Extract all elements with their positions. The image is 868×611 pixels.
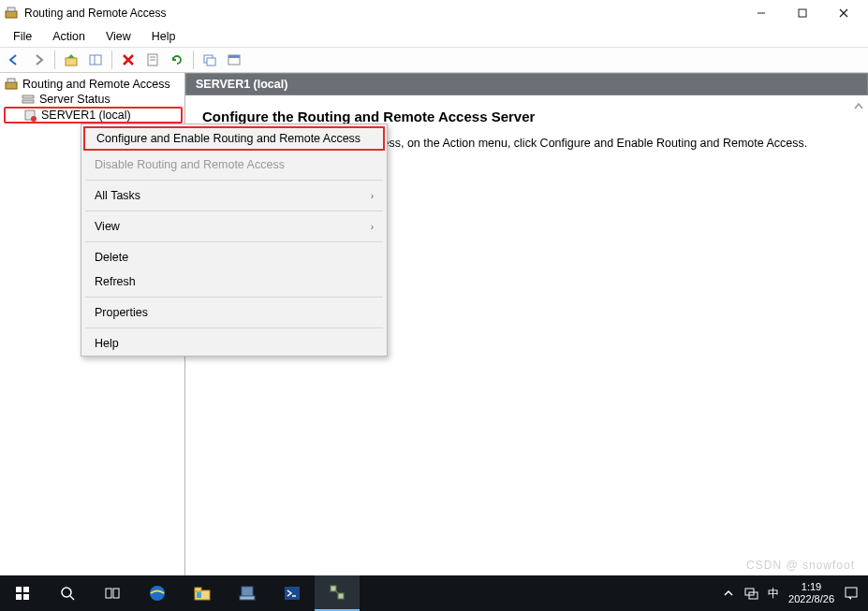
svg-rect-27 xyxy=(23,594,29,600)
back-button[interactable] xyxy=(4,50,24,70)
forward-button[interactable] xyxy=(28,50,49,70)
tray-date: 2022/8/26 xyxy=(788,593,834,605)
tray-clock[interactable]: 1:19 2022/8/26 xyxy=(788,581,834,605)
toolbar-separator xyxy=(193,51,194,69)
content-title: Configure the Routing and Remote Access … xyxy=(202,109,851,124)
new-window-button[interactable] xyxy=(199,50,220,70)
ctx-properties-label: Properties xyxy=(95,306,148,319)
server-icon xyxy=(22,109,37,122)
search-button[interactable] xyxy=(45,575,90,611)
svg-rect-20 xyxy=(22,95,34,98)
tray-time: 1:19 xyxy=(788,581,834,593)
ctx-view[interactable]: View › xyxy=(81,214,387,239)
context-menu-separator xyxy=(85,180,383,181)
window-controls xyxy=(741,0,864,26)
tree-root-label: Routing and Remote Access xyxy=(22,78,170,91)
taskbar-powershell[interactable] xyxy=(270,575,315,611)
svg-rect-0 xyxy=(6,11,17,18)
server-status-icon xyxy=(21,93,36,106)
context-menu-separator xyxy=(85,211,383,211)
svg-line-42 xyxy=(335,590,339,594)
svg-rect-19 xyxy=(7,79,15,82)
delete-button[interactable] xyxy=(118,50,139,70)
toolbar-separator xyxy=(54,51,55,69)
ctx-refresh[interactable]: Refresh xyxy=(81,269,387,294)
tree-server-status[interactable]: Server Status xyxy=(2,92,183,107)
ctx-configure-label: Configure and Enable Routing and Remote … xyxy=(96,132,360,145)
menu-bar: File Action View Help xyxy=(0,26,868,47)
ctx-delete-label: Delete xyxy=(95,251,128,264)
tree-server1[interactable]: SERVER1 (local) xyxy=(4,107,183,124)
filter-button[interactable] xyxy=(224,50,244,70)
ctx-configure-enable[interactable]: Configure and Enable Routing and Remote … xyxy=(83,126,385,151)
menu-view[interactable]: View xyxy=(96,28,140,45)
tree-server1-label: SERVER1 (local) xyxy=(41,109,131,122)
tree-root[interactable]: Routing and Remote Access xyxy=(2,77,183,92)
svg-line-29 xyxy=(70,596,74,600)
ctx-help[interactable]: Help xyxy=(81,331,387,356)
svg-rect-25 xyxy=(23,587,29,592)
taskbar-server-manager[interactable] xyxy=(225,575,270,611)
svg-rect-21 xyxy=(22,100,34,103)
ctx-refresh-label: Refresh xyxy=(95,275,136,288)
properties-button[interactable] xyxy=(142,50,163,70)
maximize-button[interactable] xyxy=(782,0,823,26)
svg-rect-17 xyxy=(228,55,240,58)
menu-file[interactable]: File xyxy=(4,28,41,45)
svg-rect-35 xyxy=(197,592,201,598)
ctx-properties[interactable]: Properties xyxy=(81,300,387,325)
menu-help[interactable]: Help xyxy=(142,28,185,45)
svg-rect-6 xyxy=(66,58,77,65)
ctx-disable-label: Disable Routing and Remote Access xyxy=(95,158,285,171)
svg-rect-45 xyxy=(846,588,857,597)
svg-rect-7 xyxy=(90,55,101,65)
tray-ime[interactable]: 中 xyxy=(768,586,779,602)
close-button[interactable] xyxy=(823,0,864,26)
svg-rect-37 xyxy=(240,596,255,600)
svg-rect-18 xyxy=(6,82,17,89)
show-hide-button[interactable] xyxy=(85,50,106,70)
svg-rect-36 xyxy=(242,587,253,596)
ctx-all-tasks-label: All Tasks xyxy=(95,189,140,202)
svg-point-23 xyxy=(31,116,37,122)
tray-chevron-up-icon[interactable] xyxy=(723,588,734,599)
app-icon xyxy=(4,6,19,21)
taskbar-explorer[interactable] xyxy=(180,575,225,611)
title-bar: Routing and Remote Access xyxy=(0,0,868,26)
taskbar-rras[interactable] xyxy=(315,575,360,611)
window-title: Routing and Remote Access xyxy=(24,7,741,20)
up-button[interactable] xyxy=(61,50,81,70)
svg-rect-3 xyxy=(799,9,806,17)
task-view-button[interactable] xyxy=(90,575,135,611)
ctx-all-tasks[interactable]: All Tasks › xyxy=(81,183,387,208)
svg-rect-15 xyxy=(207,58,215,65)
context-menu: Configure and Enable Routing and Remote … xyxy=(81,124,388,356)
start-button[interactable] xyxy=(0,575,45,611)
svg-rect-26 xyxy=(16,594,22,600)
tray-notifications-icon[interactable] xyxy=(844,586,859,601)
rras-root-icon xyxy=(4,78,19,91)
refresh-button[interactable] xyxy=(167,50,187,70)
toolbar xyxy=(0,47,868,73)
svg-rect-30 xyxy=(106,589,111,598)
toolbar-separator xyxy=(111,51,112,69)
menu-action[interactable]: Action xyxy=(43,28,95,45)
chevron-right-icon: › xyxy=(371,191,374,201)
scroll-up-arrow[interactable] xyxy=(851,99,866,114)
tray-network-icon[interactable] xyxy=(743,587,758,600)
svg-point-28 xyxy=(62,588,71,597)
content-body-text: ess, on the Action menu, click Configure… xyxy=(382,137,807,150)
ctx-help-label: Help xyxy=(95,337,119,350)
taskbar-ie[interactable] xyxy=(135,575,180,611)
taskbar: 中 1:19 2022/8/26 xyxy=(0,575,868,611)
svg-rect-1 xyxy=(7,7,15,11)
content-header: SERVER1 (local) xyxy=(185,73,868,95)
ctx-delete[interactable]: Delete xyxy=(81,245,387,269)
svg-rect-34 xyxy=(195,588,201,591)
context-menu-separator xyxy=(85,241,383,242)
chevron-right-icon: › xyxy=(371,222,374,232)
context-menu-separator xyxy=(85,327,383,328)
system-tray: 中 1:19 2022/8/26 xyxy=(723,581,868,605)
minimize-button[interactable] xyxy=(741,0,782,26)
context-menu-separator xyxy=(85,297,383,298)
